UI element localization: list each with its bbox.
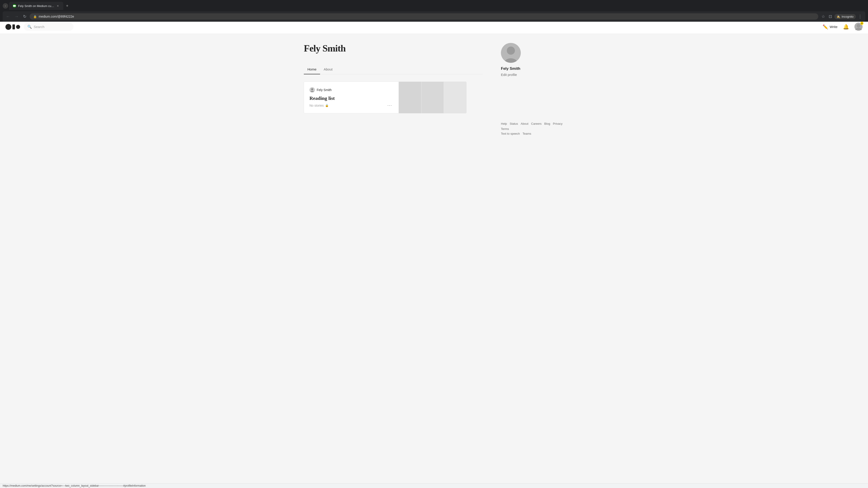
lock-icon: 🔒 bbox=[33, 15, 37, 18]
thumbnail-panel-1 bbox=[399, 82, 421, 113]
browser-toolbar: ← → ↻ 🔒 medium.com/@89f4222e ☆ ⊡ 🕵 Incog… bbox=[3, 11, 865, 22]
incognito-button[interactable]: 🕵 Incognito bbox=[834, 14, 856, 19]
sidebar-user-name: Fely Smith bbox=[501, 66, 564, 71]
profile-tabs: Home About bbox=[304, 65, 483, 74]
footer-row-1: Help Status About Careers Blog Privacy T… bbox=[501, 122, 564, 131]
svg-point-3 bbox=[857, 24, 860, 28]
sidebar-toggle-button[interactable]: ⊡ bbox=[827, 13, 833, 20]
svg-point-0 bbox=[13, 5, 15, 7]
footer-link-about[interactable]: About bbox=[521, 122, 528, 125]
footer-link-tts[interactable]: Text to speech bbox=[501, 132, 520, 135]
chrome-menu-button[interactable]: ⋮ bbox=[857, 13, 864, 20]
footer-row-2: Text to speech Teams bbox=[501, 132, 564, 135]
active-tab[interactable]: Fely Smith on Medium curated × bbox=[9, 2, 63, 10]
sidebar-column: Fely Smith Edit profile Help Status Abou… bbox=[501, 43, 564, 137]
list-more-button[interactable]: ··· bbox=[386, 103, 393, 108]
medium-header: 🔍 Search ✏️ Write 🔔 ✦ bbox=[0, 20, 868, 34]
avatar-badge: ✦ bbox=[860, 22, 864, 25]
footer-link-teams[interactable]: Teams bbox=[523, 132, 531, 135]
forward-button[interactable]: → bbox=[13, 13, 20, 20]
svg-point-5 bbox=[311, 88, 313, 90]
notification-button[interactable]: 🔔 bbox=[843, 24, 849, 30]
footer-links: Help Status About Careers Blog Privacy T… bbox=[501, 122, 564, 135]
incognito-icon: 🕵 bbox=[837, 15, 840, 18]
write-icon: ✏️ bbox=[823, 24, 828, 30]
search-icon: 🔍 bbox=[27, 25, 32, 29]
footer-link-help[interactable]: Help bbox=[501, 122, 507, 125]
sidebar-avatar-wrapper bbox=[501, 43, 521, 63]
medium-logo[interactable] bbox=[5, 24, 20, 30]
author-avatar-small bbox=[309, 87, 315, 93]
tab-close-button[interactable]: × bbox=[56, 4, 60, 8]
edit-profile-button[interactable]: Edit profile bbox=[501, 73, 517, 76]
tab-about[interactable]: About bbox=[320, 65, 336, 74]
status-url: https://medium.com/me/settings/account?s… bbox=[3, 484, 146, 487]
footer-link-privacy[interactable]: Privacy bbox=[553, 122, 563, 125]
url-text: medium.com/@89f4222e bbox=[39, 15, 815, 18]
profile-name: Fely Smith bbox=[304, 43, 346, 54]
header-right: ✏️ Write 🔔 ✦ bbox=[823, 23, 863, 31]
browser-tabs: ‹ Fely Smith on Medium curated × + bbox=[3, 2, 865, 10]
thumbnail-panel-2 bbox=[421, 82, 444, 113]
no-stories-label: No stories 🔒 bbox=[309, 104, 329, 107]
notification-icon: 🔔 bbox=[843, 24, 849, 30]
page-content: Fely Smith ··· Home About bbox=[298, 34, 569, 146]
tab-favicon bbox=[13, 4, 16, 8]
tab-scroll-left[interactable]: ‹ bbox=[3, 3, 8, 8]
search-placeholder: Search bbox=[34, 25, 44, 29]
browser-chrome: ‹ Fely Smith on Medium curated × + ← → ↻… bbox=[0, 0, 868, 22]
write-label: Write bbox=[830, 25, 837, 29]
avatar-container: ✦ bbox=[855, 23, 863, 31]
reload-button[interactable]: ↻ bbox=[22, 13, 28, 20]
tab-home[interactable]: Home bbox=[304, 65, 320, 74]
toolbar-actions: ☆ ⊡ 🕵 Incognito ⋮ bbox=[820, 13, 864, 20]
address-bar[interactable]: 🔒 medium.com/@89f4222e bbox=[30, 13, 818, 20]
incognito-label: Incognito bbox=[842, 15, 854, 18]
tab-title: Fely Smith on Medium curated bbox=[18, 4, 54, 8]
search-bar[interactable]: 🔍 Search bbox=[24, 23, 73, 31]
main-column: Fely Smith ··· Home About bbox=[304, 43, 483, 137]
bookmark-button[interactable]: ☆ bbox=[820, 13, 827, 20]
reading-list-author: Fely Smith bbox=[309, 87, 393, 93]
reading-list-thumbnails bbox=[399, 82, 466, 113]
write-button[interactable]: ✏️ Write bbox=[823, 24, 837, 30]
reading-list-card: Fely Smith Reading list No stories 🔒 ··· bbox=[304, 82, 467, 113]
status-bar: https://medium.com/me/settings/account?s… bbox=[0, 483, 868, 488]
reading-list-title: Reading list bbox=[309, 95, 393, 101]
page-wrapper: 🔍 Search ✏️ Write 🔔 ✦ bbox=[0, 20, 868, 488]
footer-link-blog[interactable]: Blog bbox=[544, 122, 550, 125]
author-name-label: Fely Smith bbox=[317, 88, 332, 92]
footer-link-status[interactable]: Status bbox=[510, 122, 518, 125]
medium-logo-mark bbox=[5, 24, 20, 30]
svg-point-8 bbox=[507, 46, 515, 55]
svg-point-6 bbox=[311, 91, 314, 92]
new-tab-button[interactable]: + bbox=[64, 3, 70, 9]
back-button[interactable]: ← bbox=[4, 13, 11, 20]
thumbnail-panel-3 bbox=[444, 82, 466, 113]
footer-link-careers[interactable]: Careers bbox=[531, 122, 541, 125]
reading-list-footer: No stories 🔒 ··· bbox=[309, 103, 393, 108]
footer-link-terms[interactable]: Terms bbox=[501, 127, 509, 131]
profile-header-row: Fely Smith ··· bbox=[304, 43, 483, 59]
sidebar-avatar bbox=[501, 43, 521, 63]
reading-list-info: Fely Smith Reading list No stories 🔒 ··· bbox=[304, 82, 399, 113]
lock-icon: 🔒 bbox=[325, 104, 329, 107]
svg-point-4 bbox=[855, 28, 862, 30]
